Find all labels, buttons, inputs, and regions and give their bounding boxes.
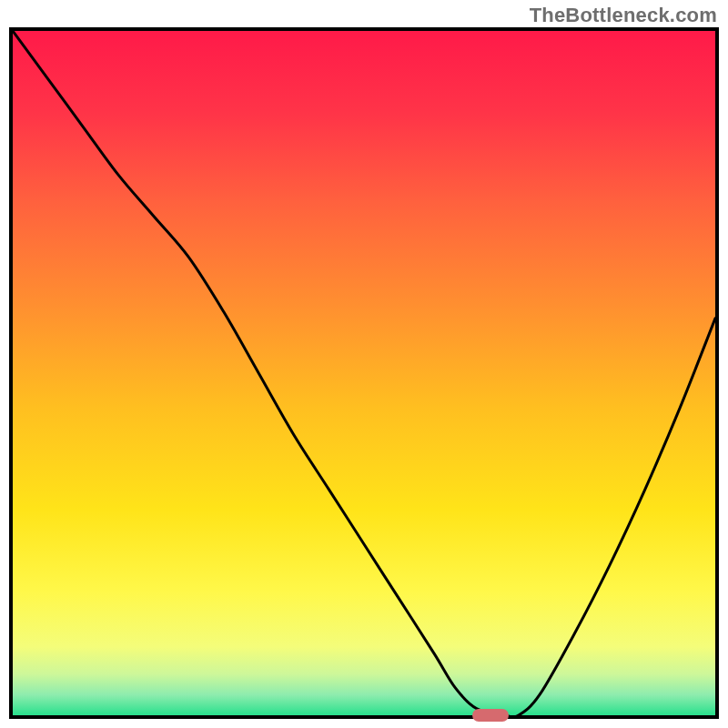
bottleneck-curve <box>13 31 715 715</box>
optimal-marker <box>472 709 509 722</box>
chart-frame <box>9 27 719 719</box>
watermark-text: TheBottleneck.com <box>530 4 717 27</box>
